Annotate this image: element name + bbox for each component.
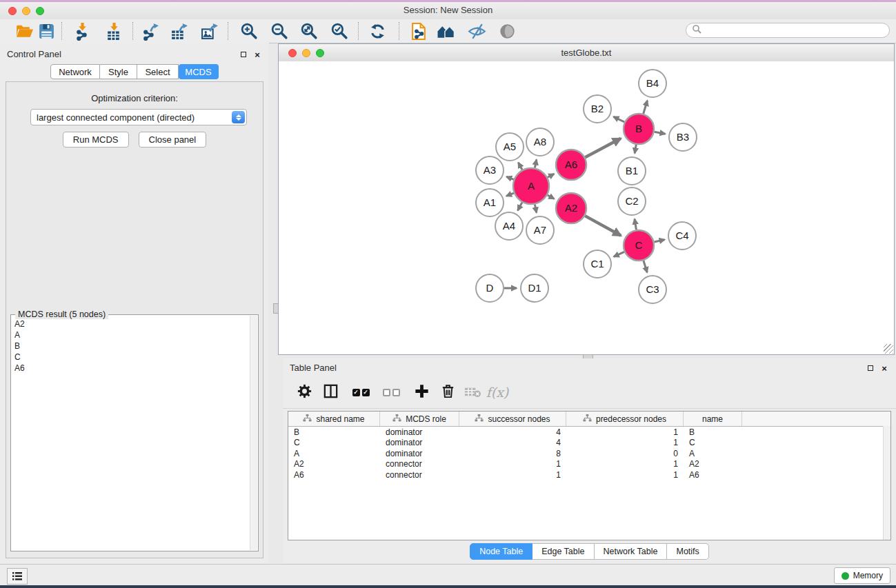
edge-A2-C[interactable] bbox=[585, 216, 621, 236]
zoom-out-button[interactable] bbox=[266, 21, 292, 41]
export-image-button[interactable] bbox=[197, 21, 223, 41]
graph-node-A4[interactable]: A4 bbox=[495, 212, 523, 240]
graph-node-B[interactable]: B bbox=[624, 114, 654, 144]
tab-node-table[interactable]: Node Table bbox=[470, 543, 532, 560]
edge-B-B3[interactable] bbox=[655, 132, 666, 134]
table-scrollbar[interactable] bbox=[883, 426, 890, 540]
graph-node-B2[interactable]: B2 bbox=[584, 95, 611, 123]
column-header-name[interactable]: name bbox=[684, 412, 742, 426]
result-item[interactable]: C bbox=[12, 352, 250, 363]
open-session-file-button[interactable] bbox=[406, 21, 432, 41]
graph-node-D[interactable]: D bbox=[476, 274, 504, 302]
column-header-successor-nodes[interactable]: successor nodes bbox=[459, 412, 566, 426]
network-canvas[interactable]: B4B2BB3A8A5A6A3B1AA1C2A2A4A7C4CC1C3DD1 bbox=[279, 61, 894, 354]
edge-A-A1[interactable] bbox=[506, 193, 514, 196]
result-item[interactable]: A2 bbox=[12, 318, 250, 330]
import-table-button[interactable] bbox=[101, 21, 127, 41]
column-header-predecessor-nodes[interactable]: predecessor nodes bbox=[566, 412, 684, 426]
result-item[interactable]: A6 bbox=[12, 363, 250, 374]
tab-edge-table[interactable]: Edge Table bbox=[532, 543, 594, 560]
result-scrollbar[interactable] bbox=[250, 316, 257, 550]
criterion-dropdown[interactable]: largest connected component (directed) bbox=[30, 109, 247, 125]
gear-button[interactable] bbox=[292, 382, 316, 403]
edge-B-B2[interactable] bbox=[613, 116, 624, 122]
close-panel-icon[interactable]: × bbox=[252, 50, 262, 59]
save-session-button[interactable] bbox=[33, 21, 59, 41]
table-row[interactable]: Cdominator41C bbox=[288, 438, 890, 449]
column-header-shared-name[interactable]: shared name bbox=[288, 412, 380, 426]
zoom-in-button[interactable] bbox=[236, 21, 262, 41]
main-titlebar[interactable]: Session: New Session bbox=[0, 2, 896, 20]
hide-panels-button[interactable] bbox=[464, 21, 490, 41]
graph-node-C4[interactable]: C4 bbox=[668, 222, 696, 250]
graph-node-A7[interactable]: A7 bbox=[526, 216, 554, 244]
result-item[interactable]: B bbox=[12, 341, 250, 352]
add-column-button[interactable] bbox=[410, 382, 433, 403]
edge-C-C1[interactable] bbox=[614, 252, 624, 256]
table-row[interactable]: A2connector11A2 bbox=[288, 459, 890, 470]
graph-node-C2[interactable]: C2 bbox=[618, 187, 646, 215]
tab-network-table[interactable]: Network Table bbox=[595, 543, 668, 560]
edge-C-C3[interactable] bbox=[644, 261, 647, 272]
search-field[interactable] bbox=[686, 23, 890, 38]
network-window-titlebar[interactable]: testGlobe.txt bbox=[279, 44, 894, 62]
edge-A-A2[interactable] bbox=[548, 195, 555, 199]
unchecked-boxes-button[interactable] bbox=[379, 382, 403, 403]
edge-C-C2[interactable] bbox=[635, 219, 636, 230]
mcds-result-list[interactable]: A2ABCA6 bbox=[12, 318, 250, 550]
zoom-selected-button[interactable] bbox=[326, 21, 352, 41]
graph-node-C1[interactable]: C1 bbox=[584, 250, 611, 278]
float-table-panel-icon[interactable] bbox=[866, 363, 875, 373]
export-table-button[interactable] bbox=[166, 21, 192, 41]
graph-node-C3[interactable]: C3 bbox=[639, 276, 666, 303]
edge-B-B1[interactable] bbox=[635, 145, 636, 154]
checked-boxes-button[interactable]: ✓✓ bbox=[349, 382, 372, 403]
edge-B-B4[interactable] bbox=[644, 101, 648, 114]
home-button[interactable] bbox=[433, 21, 459, 41]
graph-node-D1[interactable]: D1 bbox=[521, 274, 548, 302]
edge-A-A8[interactable] bbox=[535, 159, 536, 168]
delete-button[interactable] bbox=[436, 382, 459, 403]
table-row[interactable]: Bdominator41B bbox=[288, 427, 890, 438]
graph-node-B4[interactable]: B4 bbox=[639, 70, 666, 97]
graph-node-A6[interactable]: A6 bbox=[556, 150, 586, 180]
close-table-panel-icon[interactable]: × bbox=[879, 363, 889, 373]
tab-mcds[interactable]: MCDS bbox=[179, 64, 219, 79]
node-table[interactable]: shared name MCDS role successor nodes pr… bbox=[288, 411, 891, 540]
export-network-button[interactable] bbox=[137, 21, 163, 41]
function-button[interactable]: f(x) bbox=[486, 382, 509, 403]
graph-node-A[interactable]: A bbox=[513, 168, 549, 204]
memory-button[interactable]: Memory bbox=[834, 567, 890, 584]
resize-grip-icon[interactable] bbox=[884, 344, 893, 354]
edge-A-A3[interactable] bbox=[506, 176, 514, 179]
edge-A6-B[interactable] bbox=[585, 139, 621, 157]
tab-motifs[interactable]: Motifs bbox=[667, 543, 708, 560]
run-mcds-button[interactable]: Run MCDS bbox=[63, 132, 129, 148]
graph-node-A5[interactable]: A5 bbox=[496, 133, 524, 161]
edge-C-C4[interactable] bbox=[654, 240, 664, 242]
import-network-button[interactable] bbox=[69, 21, 95, 41]
table-row[interactable]: A6connector11A6 bbox=[288, 469, 890, 480]
refresh-button[interactable] bbox=[364, 21, 390, 41]
show-graphics-button[interactable] bbox=[494, 21, 520, 41]
table-row[interactable]: Adominator80A bbox=[288, 448, 890, 459]
edge-A-A4[interactable] bbox=[518, 203, 522, 211]
edge-A-A7[interactable] bbox=[535, 204, 536, 212]
edge-A-A5[interactable] bbox=[518, 163, 522, 170]
edge-A-A6[interactable] bbox=[548, 174, 554, 177]
result-item[interactable]: A bbox=[12, 330, 250, 341]
close-panel-button[interactable]: Close panel bbox=[139, 132, 207, 148]
graph-node-A1[interactable]: A1 bbox=[476, 189, 504, 216]
delete-table-button[interactable] bbox=[461, 382, 484, 403]
network-graph[interactable]: B4B2BB3A8A5A6A3B1AA1C2A2A4A7C4CC1C3DD1 bbox=[279, 61, 894, 354]
float-panel-icon[interactable] bbox=[239, 50, 248, 59]
tab-style[interactable]: Style bbox=[100, 64, 137, 79]
search-input[interactable] bbox=[705, 25, 884, 36]
tab-network[interactable]: Network bbox=[50, 64, 100, 79]
graph-node-B3[interactable]: B3 bbox=[669, 123, 697, 151]
graph-node-A3[interactable]: A3 bbox=[476, 156, 504, 184]
zoom-fit-button[interactable] bbox=[296, 21, 322, 41]
graph-node-A8[interactable]: A8 bbox=[526, 128, 554, 156]
graph-node-B1[interactable]: B1 bbox=[618, 157, 646, 185]
column-header-MCDS-role[interactable]: MCDS role bbox=[380, 412, 459, 426]
